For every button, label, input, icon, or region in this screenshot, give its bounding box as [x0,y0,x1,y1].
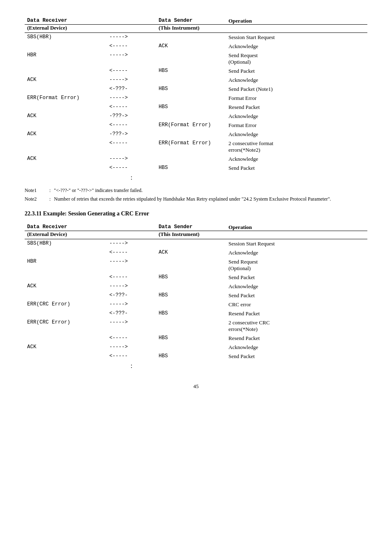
cell-operation: Format Error [226,121,367,130]
cell-sender: ERR(Format Error) [156,121,226,130]
cell-operation: Format Error [226,94,367,103]
cell-sender: HBS [156,334,226,343]
table-row: <-----HBSSend Packet [25,352,367,361]
cell-arrow: <----- [107,103,156,112]
cell-receiver: ACK [25,76,107,85]
table-row: <-----ERR(Format Error)Format Error [25,121,367,130]
cell-arrow: <----- [107,164,156,173]
cell-sender: ACK [156,42,226,51]
cell-sender [156,130,226,139]
cell-sender [156,343,226,352]
table-row: ACK----->Acknowledge [25,282,367,291]
cell-receiver: ACK [25,282,107,291]
cell-receiver: HBR [25,257,107,273]
table-row: ERR(Format Error)----->Format Error [25,94,367,103]
table1-col-sender-sub: (This Instrument) [156,25,226,33]
cell-receiver: ERR(CRC Error) [25,318,107,334]
note2-colon: : [49,196,51,202]
table2-col-operation-sub [226,231,367,239]
cell-operation: Send Packet [226,164,367,173]
table-row: <-----HBSSend Packet [25,164,367,173]
table2-col-receiver-sub: (External Device) [25,231,107,239]
table2-col-arrow-label [107,223,156,231]
cell-arrow: <----- [107,67,156,76]
table-row: ERR(CRC Error)----->2 consecutive CRCerr… [25,318,367,334]
table-row: HBR----->Send Request(Optional) [25,51,367,67]
cell-receiver: ERR(Format Error) [25,94,107,103]
table2-col-receiver-label: Data Receiver [25,223,107,231]
cell-sender: ERR(Format Error) [156,139,226,155]
cell-receiver: SBS(HBR) [25,33,107,42]
cell-arrow: -----> [107,76,156,85]
table-row: HBR----->Send Request(Optional) [25,257,367,273]
cell-sender: HBS [156,67,226,76]
table2: Data Receiver Data Sender Operation (Ext… [25,223,367,371]
table-row: <-???-HBSSend Packet (Note1) [25,85,367,94]
cell-arrow: -----> [107,239,156,249]
table-row: SBS(HBR)----->Session Start Request [25,33,367,42]
cell-arrow: -----> [107,94,156,103]
table2-header-row1: Data Receiver Data Sender Operation [25,223,367,231]
cell-sender: HBS [156,273,226,282]
cell-arrow: <----- [107,352,156,361]
cell-arrow: -----> [107,343,156,352]
cell-arrow: <----- [107,121,156,130]
cell-sender: HBS [156,352,226,361]
table-row: <-???-HBSResend Packet [25,309,367,318]
cell-sender [156,112,226,121]
section-heading: 22.3.11 Example: Session Generating a CR… [25,210,367,217]
table1-col-operation-label: Operation [226,16,367,25]
table1-col-receiver-sub: (External Device) [25,25,107,33]
table-row: <-----ERR(Format Error)2 consecutive for… [25,139,367,155]
note2-line: Note2 : Number of retries that exceeds t… [25,196,367,202]
table2-col-sender-label: Data Sender [156,223,226,231]
cell-operation: Acknowledge [226,155,367,164]
cell-arrow: -???-> [107,130,156,139]
cell-arrow: <-???- [107,85,156,94]
cell-arrow: <----- [107,248,156,257]
cell-receiver [25,352,107,361]
table-row: ACK-???->Acknowledge [25,112,367,121]
cell-arrow: <----- [107,139,156,155]
cell-arrow: -???-> [107,112,156,121]
dot-separator: : [107,173,156,183]
cell-receiver [25,291,107,300]
note1-label: Note1 [25,187,49,194]
cell-receiver [25,273,107,282]
dot-separator: : [107,361,156,371]
table2-col-operation-label: Operation [226,223,367,231]
cell-operation: Acknowledge [226,130,367,139]
table2-col-arrow-sub [107,231,156,239]
cell-receiver [25,67,107,76]
page-content: Data Receiver Data Sender Operation (Ext… [25,16,367,390]
cell-sender [156,51,226,67]
cell-arrow: -----> [107,257,156,273]
cell-sender: HBS [156,164,226,173]
cell-operation: Acknowledge [226,112,367,121]
cell-arrow: -----> [107,155,156,164]
table-row: ACK----->Acknowledge [25,155,367,164]
cell-operation: Acknowledge [226,343,367,352]
cell-sender [156,239,226,249]
cell-sender: HBS [156,309,226,318]
cell-sender [156,33,226,42]
cell-sender [156,94,226,103]
cell-receiver [25,334,107,343]
cell-operation: Resend Packet [226,103,367,112]
cell-operation: Acknowledge [226,76,367,85]
note2-text: Number of retries that exceeds the retri… [54,196,367,202]
note1-text: "<-???-" or "-???->" indicates transfer … [54,187,367,194]
cell-operation: Send Packet [226,67,367,76]
cell-receiver [25,103,107,112]
cell-operation: 2 consecutive formaterrors(*Note2) [226,139,367,155]
table1-col-arrow-sub [107,25,156,33]
table-row: SBS(HBR)----->Session Start Request [25,239,367,249]
cell-operation: Acknowledge [226,248,367,257]
notes1-section: Note1 : "<-???-" or "-???->" indicates t… [25,187,367,202]
note1-colon: : [49,187,51,194]
cell-receiver: ACK [25,343,107,352]
cell-receiver: HBR [25,51,107,67]
cell-receiver [25,121,107,130]
cell-arrow: <----- [107,42,156,51]
cell-sender [156,282,226,291]
